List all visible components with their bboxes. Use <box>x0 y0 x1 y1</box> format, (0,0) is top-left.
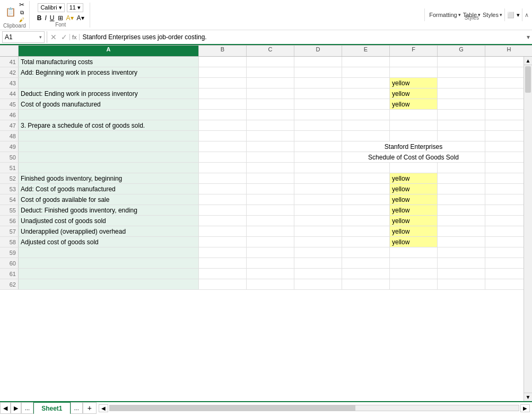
cell-c-row-42[interactable] <box>247 67 294 77</box>
collapse-ribbon-button[interactable]: ∧ <box>525 12 529 19</box>
cell-f-row-44[interactable]: yellow <box>390 88 438 99</box>
cell-a-row-51[interactable] <box>19 163 199 173</box>
styles-button[interactable]: Styles ▾ <box>483 12 502 18</box>
cell-c-row-41[interactable] <box>247 57 294 67</box>
cell-h-row-52[interactable] <box>485 173 524 183</box>
cell-h-row-45[interactable] <box>485 99 524 109</box>
col-header-c[interactable]: C <box>247 46 294 56</box>
cell-d-row-52[interactable] <box>294 173 342 183</box>
cell-g-row-60[interactable] <box>438 258 485 268</box>
cell-a-row-42[interactable]: Add: Beginning work in process inventory <box>19 67 199 77</box>
cell-h-row-44[interactable] <box>485 88 524 99</box>
cell-a-row-58[interactable]: Adjusted cost of goods sold <box>19 237 199 247</box>
cell-e-row-44[interactable] <box>342 88 390 99</box>
cell-d-row-49[interactable] <box>294 141 342 152</box>
cell-d-row-48[interactable] <box>294 131 342 141</box>
cell-a-row-47[interactable]: 3. Prepare a schedule of cost of goods s… <box>19 120 199 130</box>
cell-a-row-55[interactable]: Deduct: Finished goods inventory, ending <box>19 205 199 215</box>
cell-f-row-46[interactable] <box>390 110 438 120</box>
scroll-thumb-h[interactable] <box>110 405 355 411</box>
cell-a-row-49[interactable] <box>19 141 199 152</box>
cell-g-row-58[interactable] <box>438 237 485 247</box>
italic-button[interactable]: I <box>43 14 47 22</box>
cell-a-row-48[interactable] <box>19 131 199 141</box>
sheet-tab-active[interactable]: Sheet1 <box>33 402 70 414</box>
paste-button[interactable]: 📋 <box>4 7 17 17</box>
border-button[interactable]: ⊞ <box>57 14 64 22</box>
cell-c-row-60[interactable] <box>247 258 294 268</box>
formula-input[interactable] <box>80 32 527 42</box>
cell-b-row-57[interactable] <box>199 226 247 236</box>
cell-g-row-62[interactable] <box>438 279 485 289</box>
cell-f-row-47[interactable] <box>390 120 438 130</box>
cell-h-row-54[interactable] <box>485 194 524 205</box>
cell-e-row-58[interactable] <box>342 237 390 247</box>
cell-b-row-59[interactable] <box>199 247 247 258</box>
cell-a-row-50[interactable] <box>19 152 199 162</box>
cell-b-row-43[interactable] <box>199 78 247 88</box>
cell-d-row-56[interactable] <box>294 216 342 226</box>
cell-f-row-43[interactable]: yellow <box>390 78 438 88</box>
cell-g-row-42[interactable] <box>438 67 485 77</box>
cell-b-row-62[interactable] <box>199 279 247 289</box>
cell-e-row-57[interactable] <box>342 226 390 236</box>
cell-h-row-42[interactable] <box>485 67 524 77</box>
cell-d-row-60[interactable] <box>294 258 342 268</box>
cell-a-row-62[interactable] <box>19 279 199 289</box>
cell-c-row-45[interactable] <box>247 99 294 109</box>
prev-sheet-button[interactable]: ◀ <box>0 402 11 414</box>
cell-g-row-54[interactable] <box>438 194 485 205</box>
vertical-scrollbar[interactable]: ▲ ▼ <box>524 57 532 401</box>
col-header-g[interactable]: G <box>438 46 485 56</box>
cell-b-row-51[interactable] <box>199 163 247 173</box>
cell-d-row-61[interactable] <box>294 269 342 279</box>
cell-g-row-57[interactable] <box>438 226 485 236</box>
cell-h-row-53[interactable] <box>485 184 524 194</box>
cell-d-row-62[interactable] <box>294 279 342 289</box>
sheet-dots-left[interactable]: ... <box>21 402 33 414</box>
scroll-up-button[interactable]: ▲ <box>524 57 532 65</box>
cell-b-row-53[interactable] <box>199 184 247 194</box>
scroll-track-v[interactable] <box>524 65 532 393</box>
cell-c-row-52[interactable] <box>247 173 294 183</box>
cell-b-row-45[interactable] <box>199 99 247 109</box>
cell-c-row-59[interactable] <box>247 247 294 258</box>
cell-e-row-42[interactable] <box>342 67 390 77</box>
scroll-right-button[interactable]: ▶ <box>520 404 530 412</box>
cell-d-row-58[interactable] <box>294 237 342 247</box>
scroll-track-h[interactable] <box>109 405 519 411</box>
confirm-formula-button[interactable]: ✓ <box>59 33 69 41</box>
cell-b-row-41[interactable] <box>199 57 247 67</box>
fill-color-button[interactable]: A▾ <box>65 14 75 22</box>
cut-button[interactable]: ✂ <box>19 1 24 8</box>
cell-h-row-47[interactable] <box>485 120 524 130</box>
cell-g-row-59[interactable] <box>438 247 485 258</box>
cell-reference-box[interactable]: A1 ▾ <box>2 31 45 43</box>
cell-a-row-46[interactable] <box>19 110 199 120</box>
add-sheet-button[interactable]: + <box>83 402 97 414</box>
col-header-h[interactable]: H <box>485 46 532 56</box>
cell-c-row-57[interactable] <box>247 226 294 236</box>
underline-button[interactable]: U <box>49 14 56 22</box>
cell-c-row-49[interactable] <box>247 141 294 152</box>
cell-b-row-56[interactable] <box>199 216 247 226</box>
formatting-button[interactable]: Formatting ▾ <box>429 12 461 18</box>
cell-h-row-41[interactable] <box>485 57 524 67</box>
cell-b-row-54[interactable] <box>199 194 247 205</box>
cell-h-row-51[interactable] <box>485 163 524 173</box>
cell-d-row-45[interactable] <box>294 99 342 109</box>
cell-b-row-55[interactable] <box>199 205 247 215</box>
cell-a-row-56[interactable]: Unadjusted cost of goods sold <box>19 216 199 226</box>
cell-f-row-55[interactable]: yellow <box>390 205 438 215</box>
cell-c-row-46[interactable] <box>247 110 294 120</box>
cell-b-row-61[interactable] <box>199 269 247 279</box>
col-header-a[interactable]: A <box>19 46 199 56</box>
cell-a-row-57[interactable]: Underapplied (overapplied) overhead <box>19 226 199 236</box>
cell-a-row-43[interactable] <box>19 78 199 88</box>
cell-h-row-61[interactable] <box>485 269 524 279</box>
cell-a-row-54[interactable]: Cost of goods available for sale <box>19 194 199 205</box>
insert-function-button[interactable]: fx <box>69 34 80 40</box>
col-header-d[interactable]: D <box>294 46 342 56</box>
scroll-left-button[interactable]: ◀ <box>99 404 108 412</box>
cell-b-row-50[interactable] <box>199 152 247 162</box>
